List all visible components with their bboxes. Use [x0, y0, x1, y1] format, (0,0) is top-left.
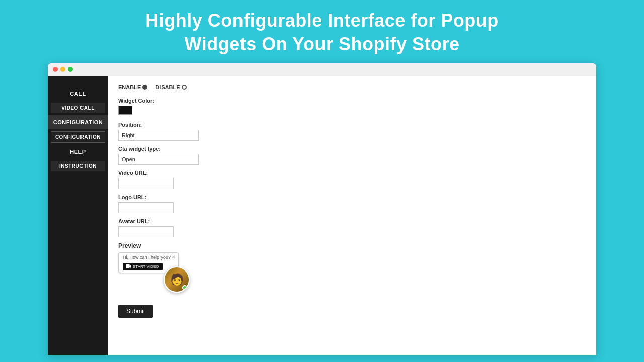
sidebar-section-help: HELP INSTRUCTION: [48, 145, 108, 171]
preview-close-icon[interactable]: ✕: [171, 254, 175, 260]
header-title: Highly Configurable Interface for Popup …: [10, 9, 634, 56]
preview-bubble-text: Hi, How can I help you?: [123, 255, 174, 260]
sidebar-item-call[interactable]: CALL: [48, 86, 108, 101]
sidebar-button-video-call[interactable]: VIDEO CALL: [51, 103, 105, 113]
video-url-label: Video URL:: [118, 170, 586, 176]
sidebar-heading-configuration: CONFIGURATION: [48, 115, 108, 129]
preview-label: Preview: [118, 242, 586, 249]
cta-widget-type-input[interactable]: [118, 154, 199, 165]
main-content: ENABLE DISABLE Widget Color: Position:: [108, 76, 596, 355]
video-camera-icon: [126, 264, 131, 268]
position-group: Position:: [118, 122, 586, 141]
logo-url-input[interactable]: [118, 202, 174, 213]
enable-radio-label[interactable]: ENABLE: [118, 84, 147, 90]
sidebar: CALL VIDEO CALL CONFIGURATION CONFIGURAT…: [48, 76, 108, 355]
preview-avatar: 🧑: [164, 266, 190, 293]
position-input[interactable]: [118, 130, 199, 141]
widget-color-group: Widget Color:: [118, 98, 586, 117]
submit-button[interactable]: Submit: [118, 305, 153, 318]
sidebar-button-configuration[interactable]: CONFIGURATION: [51, 131, 105, 143]
browser-chrome: [48, 63, 596, 76]
disable-radio-label[interactable]: DISABLE: [155, 84, 186, 90]
browser-body: CALL VIDEO CALL CONFIGURATION CONFIGURAT…: [48, 76, 596, 355]
sidebar-button-instruction[interactable]: INSTRUCTION: [51, 161, 105, 171]
sidebar-item-help[interactable]: HELP: [48, 145, 108, 159]
avatar-url-label: Avatar URL:: [118, 218, 586, 224]
avatar-online-dot: [182, 285, 187, 290]
preview-area: ✕ Hi, How can I help you? START VIDEO 🧑: [118, 252, 219, 293]
position-label: Position:: [118, 122, 586, 128]
sidebar-section-configuration: CONFIGURATION CONFIGURATION: [48, 115, 108, 143]
logo-url-label: Logo URL:: [118, 194, 586, 200]
cta-widget-type-group: Cta widget type:: [118, 146, 586, 165]
avatar-url-group: Avatar URL:: [118, 218, 586, 237]
avatar-url-input[interactable]: [118, 226, 174, 237]
disable-radio-circle: [182, 85, 187, 90]
preview-group: Preview ✕ Hi, How can I help you? START …: [118, 242, 586, 293]
dot-yellow[interactable]: [60, 67, 65, 72]
browser-window: CALL VIDEO CALL CONFIGURATION CONFIGURAT…: [48, 63, 596, 355]
widget-color-label: Widget Color:: [118, 98, 586, 104]
enable-disable-row: ENABLE DISABLE: [118, 84, 586, 90]
page-header: Highly Configurable Interface for Popup …: [0, 0, 644, 63]
video-url-group: Video URL:: [118, 170, 586, 189]
color-swatch[interactable]: [118, 106, 132, 115]
video-url-input[interactable]: [118, 178, 174, 189]
cta-widget-type-label: Cta widget type:: [118, 146, 586, 152]
dot-red[interactable]: [53, 67, 58, 72]
preview-start-video-button[interactable]: START VIDEO: [123, 263, 163, 270]
logo-url-group: Logo URL:: [118, 194, 586, 213]
enable-radio-circle: [142, 85, 147, 90]
dot-green[interactable]: [68, 67, 73, 72]
